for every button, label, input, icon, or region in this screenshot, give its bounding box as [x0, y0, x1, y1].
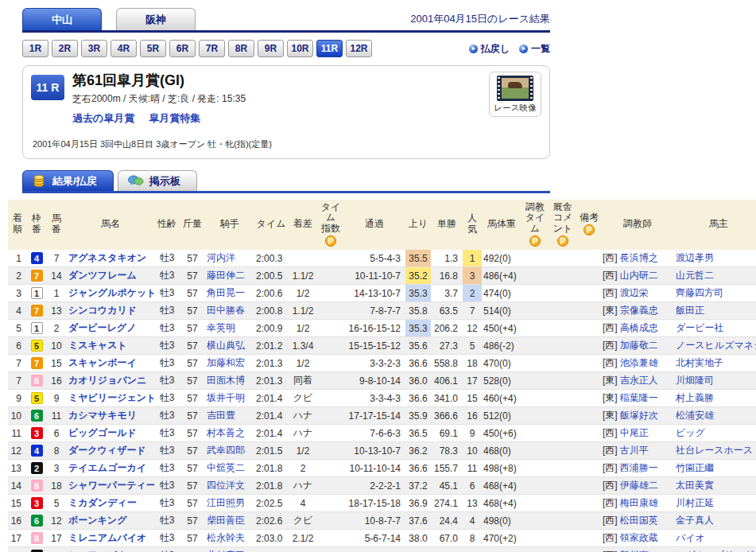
- trainer-link[interactable]: 池添兼雄: [620, 357, 658, 368]
- jockey-link[interactable]: 中舘英二: [207, 462, 245, 473]
- jockey-link[interactable]: 横山典弘: [207, 340, 245, 351]
- jockey-link[interactable]: 幸英明: [207, 322, 235, 333]
- jockey-link[interactable]: 藤田伸二: [207, 270, 245, 281]
- tab-results-payout[interactable]: 結果/払戻: [22, 170, 114, 191]
- race-button-1R[interactable]: 1R: [22, 40, 48, 57]
- horse-name-link[interactable]: ジャングルポケット: [68, 287, 154, 298]
- trainer-link[interactable]: 長浜博之: [620, 252, 658, 263]
- owner-link[interactable]: 村上義勝: [676, 392, 714, 403]
- race-button-5R[interactable]: 5R: [140, 40, 166, 57]
- owner-link[interactable]: ノースヒルズマネジメント: [676, 340, 756, 351]
- horse-name-link[interactable]: ダークウィザード: [68, 445, 146, 456]
- owner-link[interactable]: 飯田正: [676, 305, 704, 316]
- trainer-link[interactable]: 古川平: [620, 445, 649, 456]
- trainer-link[interactable]: 梅田康雄: [620, 497, 658, 508]
- race-button-7R[interactable]: 7R: [199, 40, 225, 57]
- jockey-link[interactable]: 坂井千明: [207, 392, 245, 403]
- cell-note: [577, 355, 601, 372]
- race-button-12R[interactable]: 12R: [346, 40, 372, 57]
- horse-name-link[interactable]: シンコウカリド: [68, 305, 137, 316]
- payout-link[interactable]: 払戻し: [469, 42, 510, 56]
- list-link[interactable]: 一覧: [519, 42, 550, 56]
- owner-link[interactable]: 山元哲二: [676, 270, 714, 281]
- tab-board[interactable]: 掲示板: [118, 170, 197, 191]
- owner-link[interactable]: 川畑隆司: [676, 375, 714, 386]
- owner-link[interactable]: バイオ: [676, 532, 705, 543]
- jockey-link[interactable]: 四位洋文: [207, 480, 245, 491]
- jockey-link[interactable]: 松永幹夫: [207, 532, 245, 543]
- race-video-button[interactable]: レース映像: [489, 72, 541, 117]
- race-button-3R[interactable]: 3R: [81, 40, 107, 57]
- owner-link[interactable]: 齊藤四方司: [676, 287, 723, 298]
- horse-name-link[interactable]: ダービーレグノ: [68, 322, 136, 333]
- horse-name-link[interactable]: スキャンボーイ: [68, 357, 137, 368]
- owner-link[interactable]: 川村正延: [676, 497, 714, 508]
- jockey-link[interactable]: 柴田善臣: [207, 515, 245, 526]
- race-special-link[interactable]: 皐月賞特集: [149, 111, 200, 126]
- owner-link[interactable]: 渡辺孝男: [676, 252, 714, 263]
- trainer-link[interactable]: 松田国英: [620, 515, 658, 526]
- race-button-8R[interactable]: 8R: [228, 40, 254, 57]
- race-button-11R[interactable]: 11R: [316, 40, 343, 57]
- trainer-link[interactable]: 西浦勝一: [620, 462, 658, 473]
- cell-jockey: 四位洋文: [205, 477, 254, 495]
- owner-link[interactable]: 金子真人: [676, 515, 714, 526]
- trainer-link[interactable]: 渡辺栄: [620, 287, 649, 298]
- tab-nakayama[interactable]: 中山: [22, 8, 102, 30]
- trainer-link[interactable]: 吉永正人: [620, 375, 658, 386]
- cell-last-3f: 38.0: [405, 530, 431, 547]
- cell-horse-name: ミレニアムバイオ: [67, 530, 154, 547]
- cell-win-odds: 67.0: [431, 530, 463, 547]
- cell-note: [577, 530, 601, 547]
- horse-name-link[interactable]: ダンツフレーム: [68, 270, 137, 281]
- trainer-link[interactable]: 加藤敬二: [620, 340, 658, 351]
- cell-sex-age: 牡3: [154, 320, 180, 337]
- owner-link[interactable]: 太田美實: [676, 480, 714, 491]
- trainer-link[interactable]: 中尾正: [620, 427, 649, 438]
- race-button-9R[interactable]: 9R: [258, 40, 284, 57]
- horse-name-link[interactable]: ビッグゴールド: [68, 427, 137, 438]
- owner-link[interactable]: 北村実地子: [676, 357, 723, 368]
- jockey-link[interactable]: 河内洋: [207, 252, 235, 263]
- tab-hanshin[interactable]: 阪神: [116, 8, 196, 30]
- jockey-link[interactable]: 加藤和宏: [207, 357, 245, 368]
- horse-name-link[interactable]: ミカダンディー: [68, 497, 137, 508]
- owner-link[interactable]: ビッグ: [676, 427, 705, 438]
- trainer-link[interactable]: 伊藤雄二: [620, 480, 658, 491]
- trainer-link[interactable]: 飯塚好次: [620, 410, 658, 421]
- past-race-link[interactable]: 過去の皐月賞: [72, 111, 134, 126]
- horse-name-link[interactable]: アグネスタキオン: [68, 252, 146, 263]
- jockey-link[interactable]: 田面木博: [207, 375, 245, 386]
- cell-passing-order: 10-8-7-7: [343, 512, 405, 530]
- horse-name-link[interactable]: ミスキャスト: [68, 340, 127, 351]
- cell-frame-number: 7: [27, 302, 46, 320]
- race-button-4R[interactable]: 4R: [110, 40, 137, 57]
- race-button-2R[interactable]: 2R: [52, 40, 78, 57]
- race-button-6R[interactable]: 6R: [169, 40, 196, 57]
- jockey-link[interactable]: 田中勝春: [207, 305, 245, 316]
- jockey-link[interactable]: 江田照男: [207, 497, 245, 508]
- owner-link[interactable]: 松浦安雄: [676, 410, 714, 421]
- horse-name-link[interactable]: カシマサキモリ: [68, 410, 137, 421]
- trainer-link[interactable]: 領家政蔵: [620, 532, 658, 543]
- trainer-region: [東]: [603, 375, 618, 386]
- horse-name-link[interactable]: ボーンキング: [68, 515, 126, 526]
- race-button-10R[interactable]: 10R: [287, 40, 313, 57]
- jockey-link[interactable]: 武幸四郎: [207, 445, 245, 456]
- horse-name-link[interactable]: ミヤビリージェント: [68, 392, 154, 403]
- horse-name-link[interactable]: ミレニアムバイオ: [68, 532, 146, 543]
- trainer-link[interactable]: 宗像義忠: [620, 305, 658, 316]
- jockey-link[interactable]: 角田晃一: [207, 287, 245, 298]
- jockey-link[interactable]: 吉田豊: [207, 410, 235, 421]
- horse-name-link[interactable]: シャワーパーティー: [68, 480, 154, 491]
- owner-link[interactable]: 竹園正繼: [676, 462, 714, 473]
- trainer-link[interactable]: 高橋成忠: [620, 322, 658, 333]
- owner-link[interactable]: 社台レースホース: [676, 445, 753, 456]
- owner-link[interactable]: ダービー社: [676, 322, 724, 333]
- trainer-link[interactable]: 稲葉隆一: [620, 392, 658, 403]
- horse-name-link[interactable]: カオリジョバンニ: [68, 375, 146, 386]
- horse-name-link[interactable]: テイエムゴーカイ: [68, 462, 146, 473]
- jockey-link[interactable]: 村本善之: [207, 427, 245, 438]
- trainer-link[interactable]: 山内研二: [620, 270, 658, 281]
- cell-trainer: [西]新川恵: [601, 547, 674, 552]
